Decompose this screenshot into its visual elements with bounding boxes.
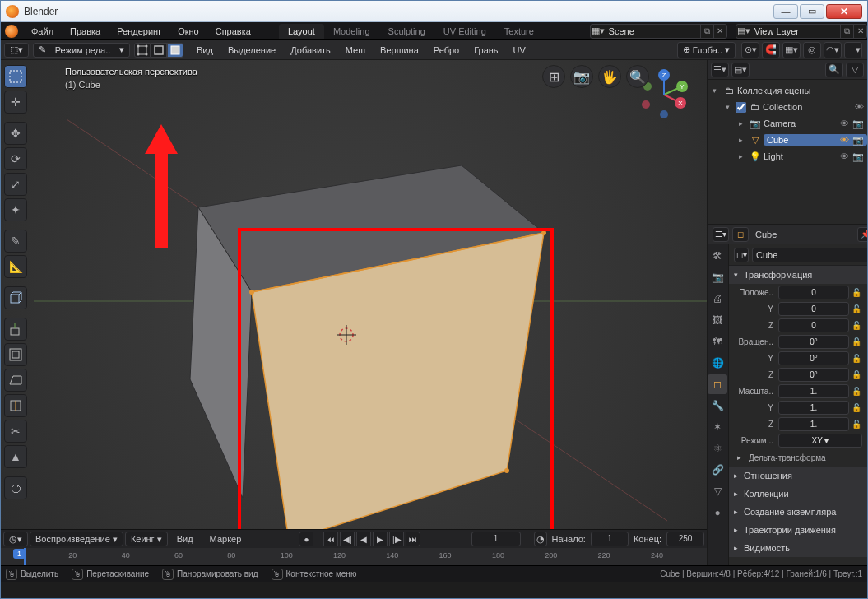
menu-file[interactable]: Файл xyxy=(23,24,62,39)
play-reverse[interactable]: ◀ xyxy=(356,532,371,546)
pivot-selector[interactable]: ⊙▾ xyxy=(741,42,759,58)
scale-z[interactable]: 1. xyxy=(778,417,849,431)
panel-collections[interactable]: ▸Коллекции⠿ xyxy=(729,485,867,503)
tool-bevel[interactable] xyxy=(4,369,27,392)
rot-z[interactable]: 0° xyxy=(778,368,849,382)
tool-spin[interactable]: ⭯ xyxy=(4,476,27,499)
current-frame[interactable]: 1 xyxy=(471,532,521,546)
scene-new-icon[interactable]: ⧉ xyxy=(700,25,713,38)
start-frame[interactable]: 1 xyxy=(591,532,629,546)
autokey-toggle[interactable]: ● xyxy=(299,532,313,546)
menu-vertex[interactable]: Вершина xyxy=(374,43,425,58)
menu-window[interactable]: Окно xyxy=(169,24,207,39)
tool-rotate[interactable]: ⟳ xyxy=(4,147,27,170)
viewlayer-selector[interactable]: ▤▾ View Layer ⧉ ✕ xyxy=(736,24,867,39)
workspace-sculpting[interactable]: Sculpting xyxy=(379,24,434,39)
proportional-falloff[interactable]: ◠▾ xyxy=(824,42,842,58)
lock-icon[interactable]: 🔓 xyxy=(851,354,862,363)
tab-constraints[interactable]: 🔗 xyxy=(708,460,727,480)
play-forward[interactable]: ▶ xyxy=(373,532,388,546)
rotation-mode[interactable]: XY ▾ xyxy=(778,434,862,448)
panel-instancing[interactable]: ▸Создание экземпляра⠿ xyxy=(729,503,867,521)
properties-editor-icon[interactable]: ☰▾ xyxy=(713,227,729,242)
tab-output[interactable]: 🖨 xyxy=(708,289,727,309)
outliner-collection[interactable]: ▾ 🗀 Collection 👁 xyxy=(708,99,867,115)
snap-type[interactable]: ▦▾ xyxy=(782,42,801,58)
tool-knife[interactable]: ✂ xyxy=(4,420,27,443)
timeline-ruler[interactable]: 020406080100120140160180200220240 1 xyxy=(1,548,707,565)
keying-dropdown[interactable]: Кеинг ▾ xyxy=(125,532,168,546)
outliner-display-mode[interactable]: ▤▾ xyxy=(731,63,750,77)
workspace-layout[interactable]: Layout xyxy=(279,24,324,39)
options-dropdown[interactable]: ⋯▾ xyxy=(844,42,862,58)
outliner-item-light[interactable]: ▸ 💡 Light 👁📷 xyxy=(708,148,867,165)
outliner-item-camera[interactable]: ▸ 📷 Camera 👁📷 xyxy=(708,115,867,132)
lock-icon[interactable]: 🔓 xyxy=(851,420,862,429)
collection-enable-checkbox[interactable] xyxy=(736,102,746,113)
playback-dropdown[interactable]: Воспроизведение ▾ xyxy=(30,532,123,546)
pin-icon[interactable]: 📌 xyxy=(857,227,867,242)
scene-name[interactable]: Scene xyxy=(606,26,700,36)
tab-data[interactable]: ▽ xyxy=(708,481,727,501)
tab-world[interactable]: 🌐 xyxy=(708,353,727,373)
viewlayer-delete-icon[interactable]: ✕ xyxy=(853,25,866,38)
close-button[interactable]: ✕ xyxy=(826,4,862,19)
gizmo-toggle-icon[interactable]: ⊞ xyxy=(542,65,565,88)
menu-edit[interactable]: Правка xyxy=(62,24,109,39)
tool-transform[interactable]: ✦ xyxy=(4,198,27,221)
menu-select[interactable]: Выделение xyxy=(221,43,282,58)
panel-motion-paths[interactable]: ▸Траектории движения⠿ xyxy=(729,521,867,539)
timeline-editor-icon[interactable]: ◷▾ xyxy=(3,532,28,546)
outliner-filter-icon[interactable]: ▽ xyxy=(846,63,864,77)
orientation-selector[interactable]: ⊕ Глоба.. ▾ xyxy=(677,42,736,58)
tool-select-box[interactable] xyxy=(4,65,27,88)
menu-face[interactable]: Грань xyxy=(467,43,504,58)
menu-edge[interactable]: Ребро xyxy=(427,43,466,58)
tab-viewlayer[interactable]: 🖼 xyxy=(708,310,727,330)
tab-material[interactable]: ● xyxy=(708,503,727,522)
pan-icon[interactable]: 🖐 xyxy=(598,65,621,88)
tool-loopcut[interactable] xyxy=(4,394,27,417)
scene-selector[interactable]: ▦▾ Scene ⧉ ✕ xyxy=(590,24,727,39)
tab-particles[interactable]: ✶ xyxy=(708,417,727,437)
minimize-button[interactable]: — xyxy=(773,4,798,19)
outliner-editor-icon[interactable]: ☰▾ xyxy=(711,63,729,77)
panel-visibility[interactable]: ▸Видимость⠿ xyxy=(729,539,867,557)
tool-add-cube[interactable] xyxy=(4,286,27,309)
3d-viewport[interactable]: ✛ ✥ ⟳ ⤢ ✦ ✎ 📐 ✂ ▲ xyxy=(1,60,707,529)
tool-annotate[interactable]: ✎ xyxy=(4,230,27,253)
menu-mesh[interactable]: Меш xyxy=(339,43,372,58)
tab-object[interactable]: ◻ xyxy=(708,374,727,394)
loc-z[interactable]: 0 xyxy=(778,318,849,332)
jump-end[interactable]: ⏭ xyxy=(406,532,420,546)
scene-browse-icon[interactable]: ▦▾ xyxy=(591,26,606,36)
select-mode-vertex[interactable] xyxy=(134,43,151,58)
lock-icon[interactable]: 🔓 xyxy=(851,304,862,313)
camera-view-icon[interactable]: 📷 xyxy=(570,65,593,88)
editor-type-icon[interactable]: ⬚▾ xyxy=(4,43,29,58)
menu-uv[interactable]: UV xyxy=(507,43,532,58)
tool-move[interactable]: ✥ xyxy=(4,122,27,145)
lock-icon[interactable]: 🔓 xyxy=(851,403,862,412)
tool-polybuild[interactable]: ▲ xyxy=(4,445,27,468)
tool-scale[interactable]: ⤢ xyxy=(4,173,27,196)
preview-range-toggle[interactable]: ◔ xyxy=(534,532,547,546)
loc-y[interactable]: 0 xyxy=(778,302,849,316)
rot-x[interactable]: 0° xyxy=(778,335,849,349)
scale-y[interactable]: 1. xyxy=(778,401,849,415)
tab-physics[interactable]: ⚛ xyxy=(708,439,727,458)
viewlayer-name[interactable]: View Layer xyxy=(751,26,840,36)
blender-icon[interactable] xyxy=(5,25,18,38)
scene-delete-icon[interactable]: ✕ xyxy=(713,25,726,38)
tab-render[interactable]: 📷 xyxy=(708,267,727,287)
menu-view[interactable]: Вид xyxy=(190,43,220,58)
jump-next-key[interactable]: |▶ xyxy=(389,532,404,546)
lock-icon[interactable]: 🔓 xyxy=(851,321,862,330)
rot-y[interactable]: 0° xyxy=(778,351,849,365)
select-mode-face[interactable] xyxy=(167,43,183,58)
panel-transform[interactable]: ▾Трансформация⠿ xyxy=(729,266,867,284)
scale-x[interactable]: 1. xyxy=(778,384,849,398)
hide-render-icon[interactable]: 📷 xyxy=(852,118,864,129)
snap-toggle[interactable]: 🧲 xyxy=(762,42,780,58)
lock-icon[interactable]: 🔓 xyxy=(851,387,862,396)
